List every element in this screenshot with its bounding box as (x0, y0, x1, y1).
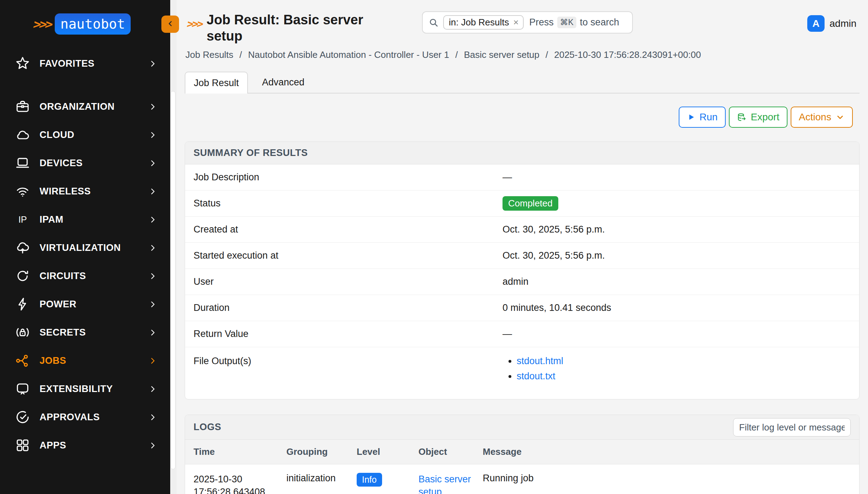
breadcrumb-timestamp[interactable]: 2025-10-30 17:56:28.243091+00:00 (554, 49, 701, 60)
sidebar-scrollbar[interactable] (170, 0, 177, 494)
lock-icon (14, 324, 31, 341)
sidebar-item-label: VIRTUALIZATION (40, 242, 148, 253)
global-search[interactable]: in: Job Results × Press ⌘K to search (422, 11, 633, 34)
row-label: Duration (185, 302, 503, 313)
laptop-icon (14, 155, 31, 171)
chevron-right-icon (148, 243, 157, 252)
sidebar-item-devices[interactable]: DEVICES (0, 149, 170, 177)
chevron-right-icon (148, 328, 157, 337)
log-filter-input[interactable] (733, 418, 851, 436)
search-icon (428, 17, 439, 28)
chevron-right-icon (148, 158, 157, 168)
row-value: — (503, 329, 859, 339)
chevron-right-icon (148, 412, 157, 422)
sidebar-item-label: SECRETS (40, 327, 148, 338)
stdout-html-link[interactable]: stdout.html (517, 356, 563, 366)
chevron-right-icon (148, 215, 157, 224)
sidebar-item-label: DEVICES (40, 158, 148, 169)
row-value: — (503, 172, 859, 183)
database-export-icon (737, 113, 747, 122)
breadcrumb-job-name[interactable]: Nautobot Ansible Automation - Controller… (248, 49, 449, 60)
tab-advanced[interactable]: Advanced (248, 72, 319, 93)
page-title-chevrons-icon: >>> (186, 18, 203, 30)
nautobot-logo[interactable]: >>> nautobot (34, 13, 131, 35)
username: admin (830, 18, 856, 29)
sidebar-scrollbar-thumb[interactable] (171, 91, 176, 469)
export-button[interactable]: Export (729, 107, 787, 128)
row-label: Created at (185, 224, 503, 235)
keyboard-shortcut-badge: ⌘K (557, 17, 576, 28)
breadcrumb-job-results[interactable]: Job Results (185, 49, 233, 60)
file-output-item: stdout.txt (517, 371, 859, 382)
cloud-icon (14, 126, 31, 143)
refresh-icon (14, 267, 31, 284)
run-button-label: Run (700, 112, 718, 123)
column-header-time: Time (194, 446, 286, 457)
run-button[interactable]: Run (679, 107, 726, 128)
user-menu[interactable]: A admin (807, 15, 856, 32)
lightning-icon (14, 296, 31, 313)
sidebar-item-secrets[interactable]: SECRETS (0, 318, 170, 347)
sidebar-item-label: WIRELESS (40, 186, 148, 197)
sidebar-item-power[interactable]: POWER (0, 290, 170, 318)
log-time: 2025-10-30 17:56:28.643408 (194, 473, 273, 494)
row-value: Oct. 30, 2025, 5:56 p.m. (503, 224, 859, 235)
actions-button[interactable]: Actions (791, 107, 853, 128)
row-value: Oct. 30, 2025, 5:56 p.m. (503, 250, 859, 261)
check-circle-icon (14, 409, 31, 426)
search-scope-chip[interactable]: in: Job Results × (443, 15, 524, 30)
sidebar-item-label: APPROVALS (40, 412, 148, 423)
chat-bubble-icon (14, 380, 31, 397)
cloud-upload-icon (14, 239, 31, 256)
sidebar-item-virtualization[interactable]: VIRTUALIZATION (0, 234, 170, 262)
file-output-list: stdout.html stdout.txt (503, 356, 859, 382)
breadcrumb-separator: / (239, 49, 242, 60)
summary-row-return-value: Return Value — (185, 321, 859, 347)
chevron-right-icon (148, 102, 157, 111)
chevron-right-icon (148, 384, 157, 393)
sidebar-item-cloud[interactable]: CLOUD (0, 121, 170, 149)
log-message: Running job (483, 473, 859, 484)
logs-panel-title: LOGS (194, 422, 221, 433)
chevron-left-icon (165, 19, 175, 30)
sidebar-item-label: POWER (40, 299, 148, 310)
sidebar-item-jobs[interactable]: JOBS (0, 347, 170, 375)
ip-icon: IP (14, 211, 31, 228)
svg-text:IP: IP (18, 215, 27, 224)
sidebar-item-apps[interactable]: APPS (0, 431, 170, 459)
row-value: admin (503, 276, 859, 287)
chevron-down-icon (836, 113, 845, 122)
export-button-label: Export (751, 112, 779, 123)
summary-row-duration: Duration 0 minutes, 10.41 seconds (185, 295, 859, 321)
sidebar-item-favorites[interactable]: FAVORITES (0, 49, 170, 78)
log-object-link[interactable]: Basic server setup (418, 473, 471, 494)
play-icon (687, 113, 695, 121)
logs-panel: LOGS Time Grouping Level Object Message … (185, 415, 860, 494)
chevron-right-icon (148, 271, 157, 281)
sidebar-item-wireless[interactable]: WIRELESS (0, 177, 170, 205)
sidebar-collapse-button[interactable] (161, 16, 179, 33)
avatar: A (807, 15, 825, 32)
chip-close-icon[interactable]: × (513, 17, 519, 28)
log-table-row: 2025-10-30 17:56:28.643408 initializatio… (185, 464, 859, 494)
sidebar-item-organization[interactable]: ORGANIZATION (0, 92, 170, 121)
breadcrumb-separator: / (455, 49, 458, 60)
nautobot-app: >>> nautobot FAVORITES ORGANIZATION (0, 0, 868, 494)
chevron-right-icon (148, 187, 157, 196)
logs-table-header: Time Grouping Level Object Message (185, 440, 859, 464)
sidebar-item-extensibility[interactable]: EXTENSIBILITY (0, 375, 170, 403)
sidebar-item-approvals[interactable]: APPROVALS (0, 403, 170, 431)
sidebar-item-label: APPS (40, 440, 148, 451)
chevron-right-icon (148, 441, 157, 450)
search-scope-label: in: Job Results (449, 17, 509, 28)
stdout-txt-link[interactable]: stdout.txt (517, 371, 555, 381)
column-header-level: Level (357, 446, 418, 457)
sidebar-item-circuits[interactable]: CIRCUITS (0, 262, 170, 290)
sidebar-item-ipam[interactable]: IP IPAM (0, 205, 170, 234)
breadcrumb: Job Results / Nautobot Ansible Automatio… (185, 49, 701, 60)
sidebar-item-label: CLOUD (40, 129, 148, 140)
tab-job-result[interactable]: Job Result (185, 72, 248, 94)
sidebar-item-label: ORGANIZATION (40, 101, 148, 112)
breadcrumb-job[interactable]: Basic server setup (464, 49, 540, 60)
status-badge: Completed (503, 196, 558, 211)
